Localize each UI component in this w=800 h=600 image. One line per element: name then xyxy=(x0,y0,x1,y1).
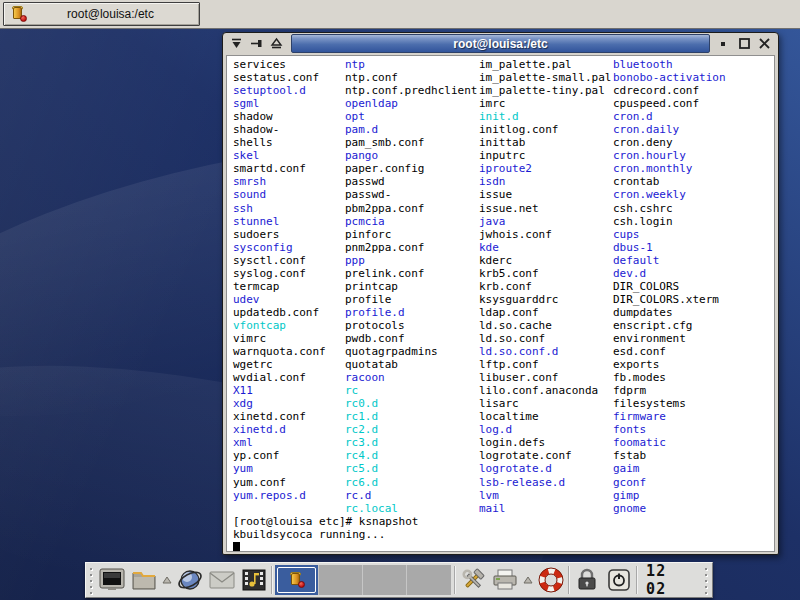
lock-icon[interactable] xyxy=(572,565,601,595)
file-entry: localtime xyxy=(479,410,611,423)
file-entry: X11 xyxy=(233,384,326,397)
file-entry: cups xyxy=(613,228,726,241)
file-entry: kderc xyxy=(479,254,611,267)
file-entry: jwhois.conf xyxy=(479,228,611,241)
power-icon[interactable] xyxy=(604,565,633,595)
titlebar-right-buttons xyxy=(711,33,778,54)
file-entry: ld.so.conf xyxy=(479,332,611,345)
expand-arrow-icon[interactable] xyxy=(522,565,534,595)
file-entry: wvdial.conf xyxy=(233,371,326,384)
file-entry: ksysguarddrc xyxy=(479,293,611,306)
terminal-monitor-icon[interactable] xyxy=(98,565,127,595)
file-entry: inputrc xyxy=(479,149,611,162)
file-entry: im_palette-small.pal xyxy=(479,71,611,84)
file-entry: pnm2ppa.conf xyxy=(345,241,477,254)
panel-grip-left[interactable] xyxy=(88,566,95,594)
file-entry: syslog.conf xyxy=(233,267,326,280)
file-entry: DIR_COLORS xyxy=(613,280,726,293)
file-entry: pbm2ppa.conf xyxy=(345,202,477,215)
file-entry: pwdb.conf xyxy=(345,332,477,345)
file-entry: logrotate.d xyxy=(479,462,611,475)
file-entry: firmware xyxy=(613,410,726,423)
file-entry: filesystems xyxy=(613,397,726,410)
file-entry: pam_smb.conf xyxy=(345,136,477,149)
file-entry: services xyxy=(233,58,326,71)
printer-icon[interactable] xyxy=(490,565,519,595)
file-entry: rc4.d xyxy=(345,449,477,462)
file-entry: cron.weekly xyxy=(613,188,726,201)
file-entry: shadow- xyxy=(233,123,326,136)
menu-triangle-icon[interactable] xyxy=(229,36,244,51)
expand-arrow-icon[interactable] xyxy=(161,565,173,595)
task-slot-empty xyxy=(407,565,451,595)
file-entry: esd.conf xyxy=(613,345,726,358)
file-entry: passwd xyxy=(345,175,477,188)
multimedia-film-icon[interactable] xyxy=(240,565,269,595)
file-entry: isdn xyxy=(479,175,611,188)
minimize-button[interactable] xyxy=(717,36,732,51)
file-entry: vimrc xyxy=(233,332,326,345)
file-entry: init.d xyxy=(479,110,611,123)
taskbar-window-button[interactable]: root@louisa:/etc xyxy=(3,2,200,26)
file-entry: shells xyxy=(233,136,326,149)
file-entry: inittab xyxy=(479,136,611,149)
task-slot-konsole[interactable] xyxy=(275,565,319,595)
file-entry: cron.daily xyxy=(613,123,726,136)
file-entry: imrc xyxy=(479,97,611,110)
eject-icon[interactable] xyxy=(269,36,284,51)
terminal-content[interactable]: servicessestatus.confsetuptool.dsgmlshad… xyxy=(226,55,775,552)
file-column: im_palette.palim_palette-small.palim_pal… xyxy=(479,58,611,515)
file-entry: setuptool.d xyxy=(233,84,326,97)
file-entry: enscript.cfg xyxy=(613,319,726,332)
konsole-icon xyxy=(288,571,306,589)
file-entry: sound xyxy=(233,188,326,201)
file-entry: rc0.d xyxy=(345,397,477,410)
file-entry: krb.conf xyxy=(479,280,611,293)
panel-clock[interactable]: 12 02 xyxy=(640,562,700,598)
titlebar-left-buttons xyxy=(223,33,290,54)
file-entry: exports xyxy=(613,358,726,371)
file-entry: xinetd.conf xyxy=(233,410,326,423)
close-button[interactable] xyxy=(757,36,772,51)
maximize-button[interactable] xyxy=(737,36,752,51)
file-entry: quotatab xyxy=(345,358,477,371)
file-entry: profile xyxy=(345,293,477,306)
file-entry: sysctl.conf xyxy=(233,254,326,267)
file-entry: fb.modes xyxy=(613,371,726,384)
panel-taskbar xyxy=(275,565,451,595)
file-entry: rc xyxy=(345,384,477,397)
shell-output-line: kbuildsycoca running... xyxy=(233,528,385,541)
file-entry: racoon xyxy=(345,371,477,384)
file-entry: pcmcia xyxy=(345,215,477,228)
file-entry: cdrecord.conf xyxy=(613,84,726,97)
browser-globe-icon[interactable] xyxy=(176,565,205,595)
file-entry: passwd- xyxy=(345,188,477,201)
file-entry: mail xyxy=(479,502,611,515)
panel-grip-right[interactable] xyxy=(703,566,710,594)
file-entry: java xyxy=(479,215,611,228)
file-entry: gconf xyxy=(613,476,726,489)
file-column: servicessestatus.confsetuptool.dsgmlshad… xyxy=(233,58,326,502)
desktop: root@louisa:/etc root@louisa:/etc xyxy=(0,0,800,600)
tools-icon[interactable] xyxy=(458,565,487,595)
file-entry: udev xyxy=(233,293,326,306)
mail-envelope-icon[interactable] xyxy=(208,565,237,595)
file-entry: shadow xyxy=(233,110,326,123)
titlebar[interactable]: root@louisa:/etc xyxy=(223,33,778,54)
file-entry: ntp xyxy=(345,58,477,71)
file-entry: lvm xyxy=(479,489,611,502)
file-entry: quotagrpadmins xyxy=(345,345,477,358)
pin-icon[interactable] xyxy=(249,36,264,51)
bottom-panel: 12 02 xyxy=(85,562,713,598)
task-slot-empty xyxy=(319,565,363,595)
file-entry: im_palette.pal xyxy=(479,58,611,71)
home-folder-icon[interactable] xyxy=(130,565,159,595)
file-entry: yp.conf xyxy=(233,449,326,462)
file-entry: logrotate.conf xyxy=(479,449,611,462)
task-slot-empty xyxy=(363,565,407,595)
file-entry: termcap xyxy=(233,280,326,293)
file-entry: rc3.d xyxy=(345,436,477,449)
file-entry: log.d xyxy=(479,423,611,436)
file-entry: kde xyxy=(479,241,611,254)
help-lifebuoy-icon[interactable] xyxy=(537,565,566,595)
